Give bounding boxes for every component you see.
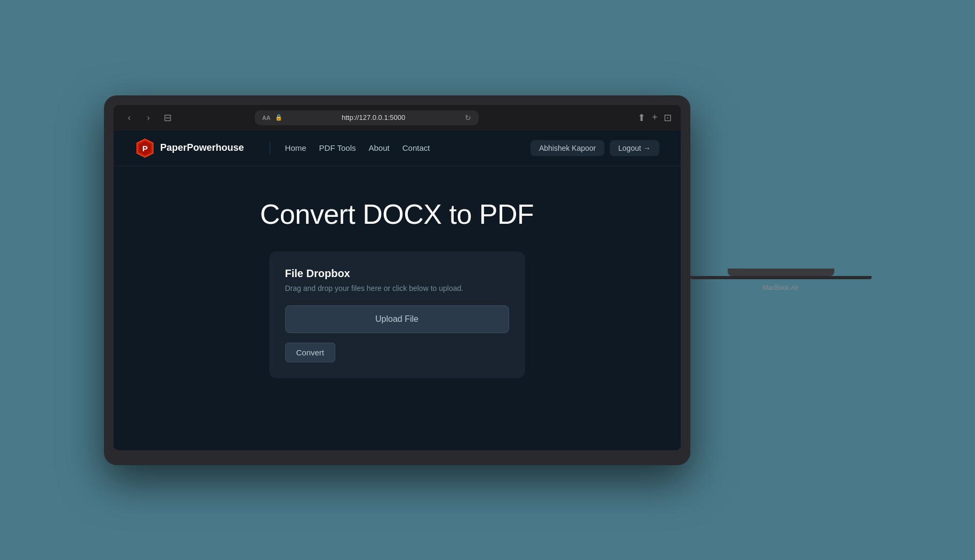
dropbox-title: File Dropbox (285, 267, 509, 280)
svg-text:P: P (142, 143, 147, 152)
address-bar[interactable]: AA 🔒 http://127.0.0.1:5000 ↻ (255, 110, 479, 125)
page-title: Convert DOCX to PDF (260, 198, 534, 230)
logo-icon: P (135, 138, 155, 158)
browser-nav: ‹ › (122, 110, 156, 125)
website-content: P PaperPowerhouse Home PDF Tools About C… (114, 131, 681, 450)
nav-divider (270, 142, 270, 155)
back-button[interactable]: ‹ (122, 110, 137, 125)
laptop-screen: ‹ › ⊟ AA 🔒 http://127.0.0.1:5000 ↻ ⬆ + ⊡ (114, 105, 681, 450)
reader-mode-button[interactable]: AA (262, 115, 271, 121)
bookmarks-icon[interactable]: ⊟ (164, 112, 172, 124)
laptop-model-label: MacBook Air (763, 284, 799, 291)
logo-text: PaperPowerhouse (160, 142, 244, 153)
laptop-frame: ‹ › ⊟ AA 🔒 http://127.0.0.1:5000 ↻ ⬆ + ⊡ (104, 95, 690, 465)
lock-icon: 🔒 (275, 114, 283, 121)
logo-area: P PaperPowerhouse (135, 138, 244, 158)
nav-links: Home PDF Tools About Contact (285, 143, 430, 152)
laptop-stand (728, 269, 834, 276)
url-text[interactable]: http://127.0.0.1:5000 (287, 113, 461, 121)
nav-home[interactable]: Home (285, 143, 307, 152)
navbar: P PaperPowerhouse Home PDF Tools About C… (114, 131, 681, 166)
share-button[interactable]: ⬆ (638, 112, 646, 124)
user-badge: Abhishek Kapoor (530, 140, 605, 156)
logout-button[interactable]: Logout → (610, 140, 659, 156)
nav-about[interactable]: About (369, 143, 390, 152)
browser-actions: ⬆ + ⊡ (638, 112, 672, 124)
dropbox-card: File Dropbox Drag and drop your files he… (269, 251, 525, 378)
dropbox-subtitle: Drag and drop your files here or click b… (285, 284, 509, 293)
laptop-bottom-bezel (114, 450, 681, 465)
nav-contact[interactable]: Contact (402, 143, 430, 152)
new-tab-button[interactable]: + (652, 112, 658, 124)
nav-pdf-tools[interactable]: PDF Tools (319, 143, 356, 152)
tabs-button[interactable]: ⊡ (664, 112, 672, 124)
nav-right: Abhishek Kapoor Logout → (530, 140, 659, 156)
reload-button[interactable]: ↻ (465, 113, 471, 122)
forward-button[interactable]: › (141, 110, 156, 125)
upload-file-button[interactable]: Upload File (285, 305, 509, 333)
browser-chrome: ‹ › ⊟ AA 🔒 http://127.0.0.1:5000 ↻ ⬆ + ⊡ (114, 105, 681, 131)
convert-button[interactable]: Convert (285, 343, 336, 362)
main-content: Convert DOCX to PDF File Dropbox Drag an… (114, 166, 681, 421)
